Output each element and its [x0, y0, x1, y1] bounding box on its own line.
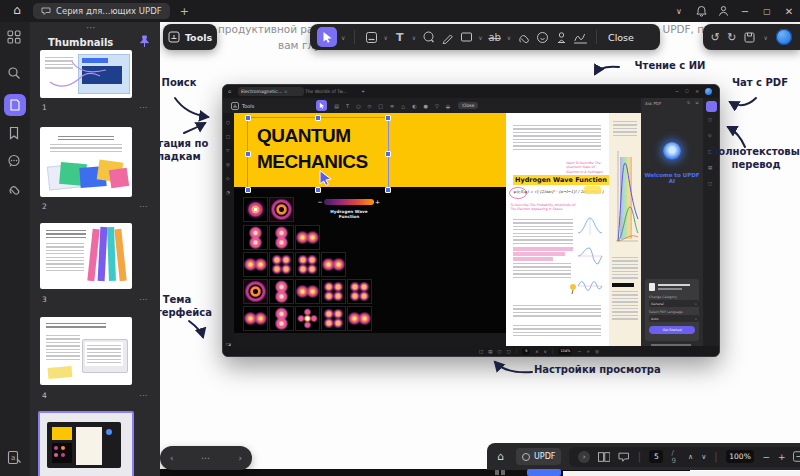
tools-button[interactable]: Tools [163, 24, 217, 50]
bottom-home-icon[interactable]: ⌂ [497, 450, 504, 463]
page-thumbnail[interactable] [40, 127, 132, 197]
chevron-down-icon[interactable]: ∨ [668, 7, 690, 16]
inner-rail-icon: ○ [708, 118, 712, 123]
next-slide-grid-icon [495, 470, 505, 476]
gradient-minus-icon: − [317, 198, 323, 205]
page-thumbnail[interactable] [40, 317, 132, 385]
undo-icon[interactable]: ↺ [711, 31, 720, 44]
left-sidebar-rail: a [0, 22, 30, 476]
next-page-icon[interactable]: › [238, 453, 242, 463]
page-up-icon[interactable]: ∧ [688, 453, 693, 461]
zoom-level-field[interactable]: 100% [726, 450, 755, 463]
text-tool[interactable]: T [392, 29, 408, 45]
strikethrough-tool[interactable]: ab [487, 29, 503, 45]
user-avatar[interactable] [776, 29, 792, 45]
sidebar-item-thumbnails[interactable] [4, 94, 26, 116]
translate-icon[interactable]: a [7, 450, 23, 466]
ai-expand-icon: ⇲ [695, 101, 698, 105]
pen-tool[interactable] [439, 29, 455, 45]
gradient-plus-icon: + [375, 198, 380, 205]
page-more-icon[interactable]: ⋯ [139, 295, 148, 304]
inner-home-icon: ⌂ [228, 89, 231, 94]
comment-view-icon[interactable] [618, 452, 629, 462]
close-window-button[interactable]: ✕ [778, 6, 800, 17]
inner-tool-icons: ▤T○◇□≡△◐●▽◒ [334, 103, 450, 109]
sidebar-item-attachments[interactable] [7, 182, 23, 198]
annotation-chat: Чат с PDF [726, 77, 794, 90]
account-icon[interactable] [712, 5, 734, 17]
minimize-button[interactable]: − [734, 6, 756, 17]
expand-icon[interactable]: › [578, 451, 589, 463]
spectrum-chart [612, 149, 639, 249]
search-icon[interactable] [7, 66, 23, 82]
chevron-down-icon[interactable]: ∨ [478, 34, 482, 41]
two-page-view-icon[interactable] [598, 452, 610, 462]
page-more-icon[interactable]: ⋯ [139, 202, 148, 211]
sticker-tool[interactable] [534, 29, 550, 45]
page-number: 4 [42, 391, 47, 400]
signature-tool[interactable] [572, 29, 588, 45]
chevron-down-icon[interactable]: ∨ [507, 34, 511, 41]
comment-bubble-icon [41, 7, 51, 15]
inner-clip-icon: ◇ [226, 177, 229, 182]
inner-ai-tab-active [706, 101, 717, 112]
inner-screenshot: ⌂ Electromagnetic... × The Worlds of Tw.… [222, 84, 720, 357]
comment-tool[interactable] [420, 29, 436, 45]
text-page: Want To Describe The Quantum State Of El… [506, 113, 609, 346]
sidebar-item-bookmarks[interactable] [7, 126, 23, 142]
pin-icon[interactable] [139, 35, 150, 48]
chevron-down-icon[interactable]: ∨ [412, 34, 416, 41]
close-toolbar-button[interactable]: Close [605, 32, 637, 43]
wave-sketch [576, 215, 604, 237]
page-down-icon[interactable]: ∨ [701, 453, 706, 461]
redo-icon[interactable]: ↻ [727, 31, 736, 44]
stamp-tool[interactable] [553, 29, 569, 45]
inner-thumbnails-icon: □ [226, 135, 230, 140]
inner-right-rail: ○ ◇ □ ▤ ▢ [703, 98, 719, 348]
titlebar: ⌂ Серия для...ющих UPDF + ∨ − ▢ ✕ [0, 0, 800, 22]
tools-button-label: Tools [185, 32, 212, 43]
chevron-down-icon[interactable]: ∨ [341, 34, 345, 41]
maximize-button[interactable]: ▢ [756, 7, 778, 16]
fit-screen-icon[interactable] [793, 451, 800, 462]
home-icon[interactable]: ⌂ [9, 3, 25, 19]
page-more-icon[interactable]: ⋯ [139, 391, 148, 400]
inner-history-icon: ◔ [226, 191, 230, 196]
highlight-tool[interactable] [363, 29, 379, 45]
document-tab[interactable]: Серия для...ющих UPDF [33, 3, 170, 19]
gradient-bar [324, 199, 374, 205]
inner-rail-icon: ◇ [708, 134, 711, 139]
orbital-page: − + Hydrogen Wave Function [234, 187, 506, 333]
save-icon[interactable] [744, 32, 755, 43]
current-page-field[interactable]: 5 [649, 450, 663, 463]
chevron-down-icon[interactable]: ∨ [764, 34, 768, 41]
inner-tools-label: Tools [242, 103, 254, 109]
shape-tool[interactable] [458, 29, 474, 45]
pushpin-icon [568, 283, 578, 295]
more-pages-icon[interactable]: ⋯ [201, 453, 211, 463]
banner-title-line1: QUANTUM [257, 123, 368, 149]
prev-page-icon[interactable]: ‹ [170, 453, 174, 463]
sidebar-item-comments[interactable] [7, 154, 23, 170]
page-thumbnail[interactable] [40, 223, 132, 289]
language-select: Auto∨ [649, 315, 699, 322]
page-thumbnail[interactable] [40, 50, 132, 98]
page-number: 3 [42, 295, 47, 304]
chevron-down-icon[interactable]: ∨ [383, 34, 387, 41]
new-tab-button[interactable]: + [180, 5, 189, 18]
attachment-tool[interactable] [515, 29, 531, 45]
document-tab-title: Серия для...ющих UPDF [56, 6, 162, 16]
bell-icon[interactable] [690, 5, 712, 17]
page-thumbnail-selected[interactable] [38, 411, 134, 476]
zoom-in-icon[interactable]: + [778, 452, 786, 462]
bottom-app-tab[interactable]: UPDF [516, 448, 561, 465]
page-more-icon[interactable]: ⋯ [139, 103, 148, 112]
wave-sketch [576, 275, 604, 297]
grid-menu-icon[interactable] [7, 30, 23, 46]
panel-more-icon[interactable]: ⋯ [86, 22, 97, 33]
ai-logo-glow [663, 142, 681, 160]
zoom-out-icon[interactable]: − [762, 452, 770, 462]
select-tool-active[interactable] [317, 27, 337, 47]
annotation-view-settings: Настройки просмотра [534, 364, 674, 377]
next-slide-white-element [563, 471, 800, 476]
